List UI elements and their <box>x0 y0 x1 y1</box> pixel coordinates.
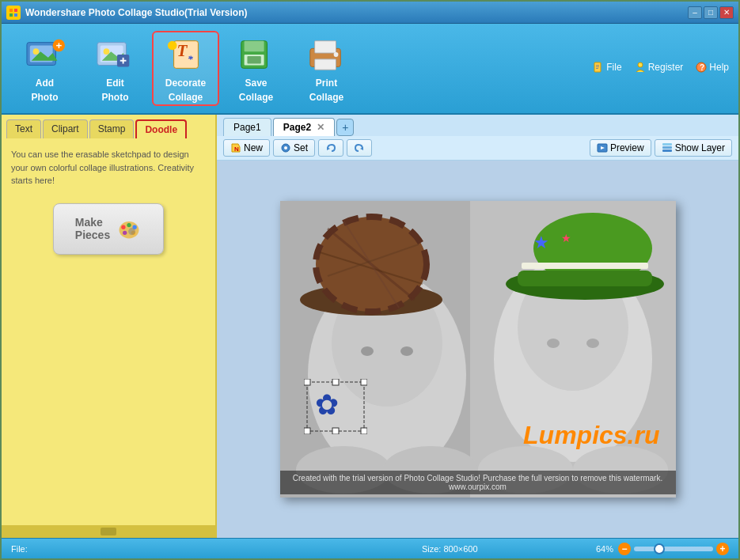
show-layer-button[interactable]: Show Layer <box>655 139 732 157</box>
doodle-selection[interactable]: ✿ <box>304 379 367 434</box>
svg-text:+: + <box>55 40 62 51</box>
show-layer-icon <box>662 142 673 153</box>
svg-rect-87 <box>361 428 367 434</box>
svg-point-68 <box>547 339 560 348</box>
undo-icon <box>325 142 336 153</box>
help-menu[interactable]: ? Help <box>696 62 729 73</box>
edit-photo-button[interactable]: Edit Photo <box>82 31 149 106</box>
zoom-track[interactable] <box>634 547 713 551</box>
preview-label: Preview <box>610 142 644 153</box>
print-collage-button[interactable]: Print Collage <box>293 31 360 106</box>
maximize-button[interactable]: □ <box>704 6 718 19</box>
page2-tab[interactable]: Page2 ✕ <box>273 118 336 136</box>
svg-point-34 <box>638 62 643 67</box>
canvas-area: ★ ★ Lumpics.ru <box>217 161 738 538</box>
make-pieces-button[interactable]: MakePieces <box>53 203 164 255</box>
svg-rect-3 <box>9 13 13 17</box>
status-size: Size: 800×600 <box>303 544 595 554</box>
decorate-icon: T * <box>166 35 206 74</box>
svg-point-67 <box>400 346 413 356</box>
svg-rect-88 <box>332 379 339 385</box>
zoom-slider-container: − + <box>618 543 729 555</box>
preview-icon <box>597 142 608 153</box>
canvas-frame: ★ ★ Lumpics.ru <box>280 201 676 498</box>
right-actions: Preview Show Layer <box>590 139 732 157</box>
close-button[interactable]: ✕ <box>719 6 734 19</box>
file-menu[interactable]: File <box>593 62 621 73</box>
minimize-button[interactable]: – <box>688 6 702 19</box>
svg-point-66 <box>361 346 374 356</box>
doodle-element: ✿ <box>315 388 339 422</box>
edit-label: Edit <box>106 78 124 89</box>
left-panel: Text Clipart Stamp Doodle You can use th… <box>2 115 217 538</box>
svg-point-47 <box>284 146 287 149</box>
window-title: Wondershare Photo Collage Studio(Trial V… <box>25 7 688 18</box>
svg-rect-1 <box>9 9 13 12</box>
print-collage-label: Collage <box>309 92 343 103</box>
collage-canvas[interactable]: ★ ★ Lumpics.ru <box>280 201 676 498</box>
show-layer-label: Show Layer <box>675 142 725 153</box>
tab-doodle[interactable]: Doodle <box>135 119 187 138</box>
redo-button[interactable] <box>347 139 372 157</box>
zoom-percent: 64% <box>596 544 613 554</box>
svg-rect-2 <box>14 9 17 12</box>
save-collage-button[interactable]: Save Collage <box>222 31 290 106</box>
new-button[interactable]: N New <box>223 139 270 157</box>
svg-rect-53 <box>662 146 672 149</box>
page1-tab[interactable]: Page1 <box>223 118 271 136</box>
print-icon <box>307 35 347 74</box>
svg-rect-54 <box>662 143 672 146</box>
svg-rect-79 <box>518 271 652 286</box>
edit-photo-label: Photo <box>102 92 129 103</box>
add-page-button[interactable]: + <box>336 119 354 136</box>
status-file: File: <box>11 544 303 554</box>
svg-text:★: ★ <box>561 232 571 244</box>
set-button[interactable]: Set <box>273 139 315 157</box>
window-controls: – □ ✕ <box>688 6 734 19</box>
add-label: Add <box>36 78 54 89</box>
svg-point-21 <box>167 40 176 50</box>
main-window: Wondershare Photo Collage Studio(Trial V… <box>0 0 740 560</box>
tab-clipart[interactable]: Clipart <box>43 119 88 138</box>
zoom-plus-button[interactable]: + <box>716 543 729 555</box>
decorate-collage-button[interactable]: T * Decorate Collage <box>152 31 219 106</box>
tab-text[interactable]: Text <box>6 119 41 138</box>
page2-close[interactable]: ✕ <box>317 122 324 133</box>
zoom-minus-button[interactable]: − <box>618 543 631 555</box>
file-label: File <box>606 62 621 73</box>
undo-button[interactable] <box>318 139 343 157</box>
svg-point-42 <box>123 231 127 235</box>
add-photo-button[interactable]: + Add Photo <box>11 31 78 106</box>
preview-button[interactable]: Preview <box>590 139 651 157</box>
svg-point-13 <box>103 48 109 55</box>
help-label: Help <box>709 62 729 73</box>
save-icon <box>237 35 276 74</box>
hat-green: ★ ★ <box>502 209 668 300</box>
status-zoom: 64% − + <box>596 543 729 555</box>
palette-icon <box>116 216 142 241</box>
svg-text:T: T <box>176 40 188 59</box>
svg-rect-89 <box>332 428 339 434</box>
zoom-thumb[interactable] <box>654 543 665 554</box>
faces-container: ★ ★ Lumpics.ru <box>280 201 676 498</box>
svg-rect-84 <box>304 379 310 385</box>
watermark-text: Lumpics.ru <box>523 421 659 450</box>
edit-photo-icon <box>96 35 135 74</box>
collage-label: Collage <box>169 92 203 103</box>
tab-stamp[interactable]: Stamp <box>89 119 135 138</box>
statusbar: File: Size: 800×600 64% − + <box>2 538 738 558</box>
svg-point-38 <box>121 225 125 229</box>
decorate-label: Decorate <box>165 78 206 89</box>
hat-brown <box>296 213 446 316</box>
svg-rect-32 <box>596 66 599 67</box>
page2-label: Page2 <box>283 122 311 133</box>
svg-rect-31 <box>596 65 599 66</box>
svg-point-43 <box>128 228 135 235</box>
svg-rect-85 <box>361 379 367 385</box>
svg-rect-86 <box>304 428 310 434</box>
save-label: Save <box>245 78 267 89</box>
register-menu[interactable]: Register <box>635 62 684 73</box>
svg-rect-33 <box>596 68 598 69</box>
svg-rect-28 <box>314 59 336 69</box>
main-toolbar: + Add Photo <box>2 24 738 115</box>
